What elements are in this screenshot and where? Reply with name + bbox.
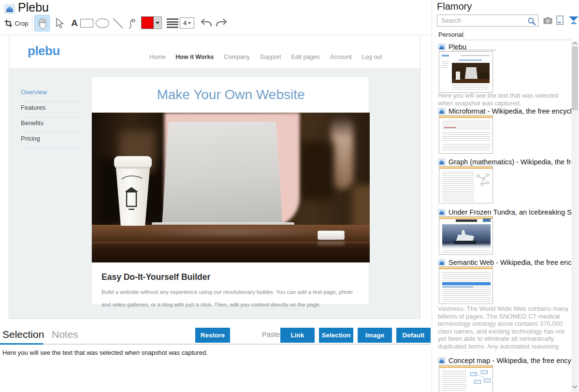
ellipse-icon bbox=[96, 18, 109, 28]
snapshot-icon bbox=[438, 357, 446, 364]
site-nav-edit-pages: Edit pages bbox=[291, 54, 320, 60]
chevron-down-icon bbox=[156, 22, 159, 24]
site-nav-company: Company bbox=[224, 54, 250, 60]
site-main-panel: Make Your Own Website bbox=[91, 76, 369, 305]
snapshot-icon bbox=[438, 209, 446, 216]
snapshot-icon bbox=[438, 259, 446, 266]
cup-art bbox=[117, 172, 149, 223]
site-sidebar-pricing: Pricing bbox=[21, 133, 82, 148]
tab-border bbox=[463, 29, 464, 40]
tab-baseline bbox=[464, 40, 571, 40]
snapshot-thumbnail[interactable] bbox=[439, 266, 493, 304]
snapshot-canvas[interactable]: plebu Home How it Works Company Support … bbox=[9, 35, 420, 319]
site-sidebar: Overview Features Benefits Pricing bbox=[21, 87, 82, 148]
rectangle-tool-button[interactable] bbox=[79, 15, 94, 31]
crop-button[interactable]: Crop bbox=[3, 15, 30, 31]
document-icon[interactable] bbox=[556, 15, 564, 25]
chevron-down-icon bbox=[188, 22, 191, 24]
rectangle-icon bbox=[80, 19, 93, 28]
annotation-toolbar: Crop A bbox=[0, 14, 432, 35]
snapshot-item-title[interactable]: Under Frozen Tundra, an Icebreaking Ship… bbox=[438, 208, 575, 217]
snapshot-caption: Vastness: The World Wide Web contains ma… bbox=[438, 305, 572, 352]
paste-link-button[interactable]: Link bbox=[280, 328, 315, 343]
scrollbar-up-icon[interactable] bbox=[572, 42, 578, 45]
tab-divider bbox=[0, 344, 430, 345]
site-nav-how-it-works: How it Works bbox=[175, 54, 214, 60]
tab-notes[interactable]: Notes bbox=[52, 329, 78, 340]
snapshot-title: Plebu bbox=[18, 0, 49, 15]
site-logo: plebu bbox=[28, 44, 60, 58]
snapshot-icon bbox=[438, 108, 446, 115]
cursor-icon bbox=[54, 17, 64, 29]
scrollbar-down-icon[interactable] bbox=[572, 385, 578, 389]
search-box bbox=[437, 15, 538, 27]
snapshot-item-title[interactable]: Semantic Web - Wikipedia, the free encyc… bbox=[438, 258, 575, 267]
undo-button[interactable] bbox=[199, 15, 214, 31]
crop-label: Crop bbox=[14, 20, 28, 27]
color-swatch[interactable] bbox=[141, 16, 154, 29]
flamory-sidebar: Flamory Personal Plebu bbox=[432, 0, 579, 392]
toolbar-separator bbox=[32, 15, 32, 31]
tab-personal[interactable]: Personal bbox=[434, 29, 463, 40]
snapshot-thumbnail[interactable] bbox=[439, 365, 493, 392]
site-nav-home: Home bbox=[149, 54, 165, 60]
snapshot-item-title[interactable]: Graph (mathematics) - Wikipedia, the fre… bbox=[438, 158, 575, 166]
site-sidebar-benefits: Benefits bbox=[21, 117, 82, 133]
snapshot-thumbnail[interactable] bbox=[439, 166, 493, 203]
sidebar-app-title: Flamory bbox=[437, 1, 472, 12]
thickness-button[interactable] bbox=[165, 15, 180, 31]
tab-active-indicator bbox=[0, 343, 43, 345]
line-tool-button[interactable] bbox=[110, 15, 126, 31]
paste-selection-button[interactable]: Selection bbox=[319, 328, 353, 343]
site-nav-account: Account bbox=[330, 54, 352, 60]
site-section-title: Easy Do-It-Yourself Builder bbox=[101, 272, 210, 282]
flamory-window: Plebu Crop bbox=[0, 0, 579, 392]
phone-shape bbox=[318, 231, 345, 240]
site-nav: Home How it Works Company Support Edit p… bbox=[149, 54, 382, 60]
snapshot-icon bbox=[438, 44, 446, 50]
paste-label: Paste: bbox=[262, 331, 282, 338]
selected-item-underline bbox=[451, 50, 496, 50]
thickness-icon bbox=[167, 18, 178, 28]
selection-text: Here you will see the text that was sele… bbox=[2, 349, 208, 356]
scrollbar-thumb[interactable] bbox=[572, 46, 578, 110]
restore-button[interactable]: Restore bbox=[195, 328, 230, 343]
redo-button[interactable] bbox=[214, 15, 229, 31]
snapshot-thumbnail[interactable] bbox=[439, 115, 493, 154]
search-icon[interactable] bbox=[527, 17, 536, 26]
site-sidebar-features: Features bbox=[21, 102, 82, 117]
site-section-body: Build a website without any experience u… bbox=[101, 286, 361, 311]
redo-icon bbox=[215, 18, 228, 29]
hand-icon bbox=[37, 17, 47, 29]
site-hero-title: Make Your Own Website bbox=[92, 77, 370, 113]
snapshot-thumbnail[interactable] bbox=[439, 51, 493, 93]
tab-selection[interactable]: Selection bbox=[2, 329, 44, 340]
snapshot-caption: Here you will see the text that was sele… bbox=[438, 92, 572, 107]
site-body: Overview Features Benefits Pricing Make … bbox=[9, 69, 420, 319]
line-icon bbox=[112, 17, 124, 29]
flamory-collapse-icon[interactable] bbox=[568, 16, 579, 25]
size-value: 4 bbox=[183, 19, 187, 27]
camera-icon[interactable] bbox=[543, 17, 552, 24]
search-input[interactable] bbox=[440, 16, 522, 25]
snapshot-icon bbox=[438, 159, 446, 165]
snapshot-item-title[interactable]: Microformat - Wikipedia, the free encycl… bbox=[438, 107, 575, 116]
site-nav-log-out: Log out bbox=[362, 54, 382, 60]
snapshot-thumbnail[interactable] bbox=[439, 216, 493, 255]
pan-tool-button[interactable] bbox=[34, 15, 50, 31]
size-dropdown[interactable]: 4 bbox=[180, 17, 194, 29]
graph-doodle bbox=[475, 172, 491, 188]
hero-photo bbox=[92, 113, 370, 262]
paste-default-button[interactable]: Default bbox=[396, 328, 431, 343]
select-tool-button[interactable] bbox=[51, 15, 67, 31]
site-nav-support: Support bbox=[260, 54, 281, 60]
snapshot-item-title[interactable]: Concept map - Wikipedia, the free encycl… bbox=[438, 356, 575, 365]
squiggle-icon bbox=[127, 16, 138, 30]
freehand-tool-button[interactable] bbox=[125, 15, 140, 31]
site-sidebar-overview: Overview bbox=[21, 87, 82, 102]
undo-icon bbox=[200, 18, 213, 29]
app-logo-icon bbox=[4, 4, 15, 14]
paste-image-button[interactable]: Image bbox=[358, 328, 392, 343]
ellipse-tool-button[interactable] bbox=[95, 15, 110, 31]
color-dropdown-button[interactable] bbox=[154, 16, 162, 29]
